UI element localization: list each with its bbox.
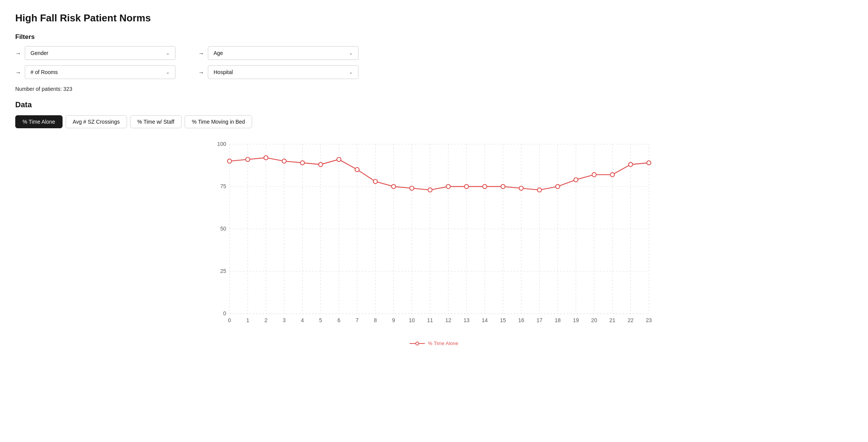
svg-text:18: 18 [555,317,561,323]
svg-point-66 [373,179,378,184]
svg-point-78 [592,173,596,177]
gender-chevron: ⌄ [166,50,170,56]
svg-point-74 [519,186,523,190]
gender-label: Gender [31,50,48,56]
filters-grid: → Gender ⌄ → Age ⌄ → # of Rooms ⌄ → Hosp… [15,46,358,79]
svg-text:0: 0 [228,317,231,323]
svg-text:19: 19 [573,317,579,323]
filter-row-hospital: → Hospital ⌄ [198,65,358,79]
age-label: Age [214,50,223,56]
svg-text:0: 0 [223,310,226,316]
svg-text:20: 20 [591,317,597,323]
svg-point-61 [282,159,286,163]
tab-bar: % Time Alone Avg # SZ Crossings % Time w… [15,115,853,128]
svg-text:9: 9 [392,317,395,323]
svg-text:2: 2 [264,317,267,323]
filters-section: Filters → Gender ⌄ → Age ⌄ → # of Rooms … [15,33,853,92]
svg-point-79 [610,173,614,177]
legend-label: % Time Alone [428,340,458,346]
hospital-chevron: ⌄ [349,69,353,75]
svg-point-70 [446,184,450,189]
tab-time-alone[interactable]: % Time Alone [15,115,63,128]
page-title: High Fall Risk Patient Norms [15,12,853,24]
svg-point-76 [556,184,560,189]
svg-text:12: 12 [445,317,452,323]
svg-point-59 [246,157,250,161]
filter-row-age: → Age ⌄ [198,46,358,60]
filter-arrow-age: → [198,50,204,56]
svg-point-67 [392,184,396,189]
tab-sz-crossings[interactable]: Avg # SZ Crossings [66,115,127,128]
svg-text:5: 5 [319,317,322,323]
svg-point-80 [628,163,633,167]
svg-point-58 [227,159,231,163]
filter-arrow-hospital: → [198,69,204,76]
age-dropdown[interactable]: Age ⌄ [208,46,358,60]
svg-text:75: 75 [220,183,226,189]
svg-point-63 [318,163,323,167]
tab-time-moving[interactable]: % Time Moving in Bed [185,115,252,128]
svg-text:100: 100 [217,141,227,147]
svg-point-83 [416,342,419,345]
svg-point-73 [501,184,505,189]
svg-text:11: 11 [427,317,433,323]
rooms-dropdown[interactable]: # of Rooms ⌄ [25,65,175,79]
svg-point-75 [537,188,542,192]
svg-text:17: 17 [537,317,543,323]
filter-row-rooms: → # of Rooms ⌄ [15,65,175,79]
age-chevron: ⌄ [349,50,353,56]
svg-text:8: 8 [374,317,377,323]
svg-text:7: 7 [355,317,358,323]
gender-dropdown[interactable]: Gender ⌄ [25,46,175,60]
chart-container: 0255075100012345678910111213141516171819… [15,136,853,346]
svg-text:25: 25 [220,268,226,274]
svg-text:13: 13 [463,317,469,323]
svg-text:23: 23 [646,317,652,323]
svg-text:4: 4 [301,317,304,323]
data-section: Data % Time Alone Avg # SZ Crossings % T… [15,100,853,346]
svg-text:6: 6 [338,317,341,323]
filters-heading: Filters [15,33,853,41]
filter-arrow-gender: → [15,50,21,56]
filter-row-gender: → Gender ⌄ [15,46,175,60]
data-heading: Data [15,100,853,109]
svg-point-72 [483,184,487,189]
svg-point-71 [465,184,469,189]
svg-text:3: 3 [283,317,286,323]
chart-legend: % Time Alone [15,340,853,346]
svg-text:16: 16 [518,317,524,323]
svg-point-81 [647,161,651,165]
svg-point-64 [337,157,341,161]
svg-text:15: 15 [500,317,506,323]
svg-point-65 [355,168,359,172]
hospital-dropdown[interactable]: Hospital ⌄ [208,65,358,79]
filter-arrow-rooms: → [15,69,21,76]
svg-point-62 [301,161,305,165]
rooms-chevron: ⌄ [166,69,170,75]
svg-text:21: 21 [609,317,616,323]
svg-text:1: 1 [246,317,249,323]
svg-point-77 [574,178,578,182]
rooms-label: # of Rooms [31,69,58,75]
tab-time-staff[interactable]: % Time w/ Staff [130,115,182,128]
chart-svg: 0255075100012345678910111213141516171819… [15,136,853,334]
svg-text:50: 50 [220,226,226,232]
svg-text:22: 22 [628,317,634,323]
svg-point-69 [428,188,432,192]
hospital-label: Hospital [214,69,233,75]
svg-point-68 [410,186,414,190]
svg-text:14: 14 [482,317,488,323]
patient-count: Number of patients: 323 [15,86,853,92]
svg-point-60 [264,156,268,160]
svg-text:10: 10 [409,317,415,323]
